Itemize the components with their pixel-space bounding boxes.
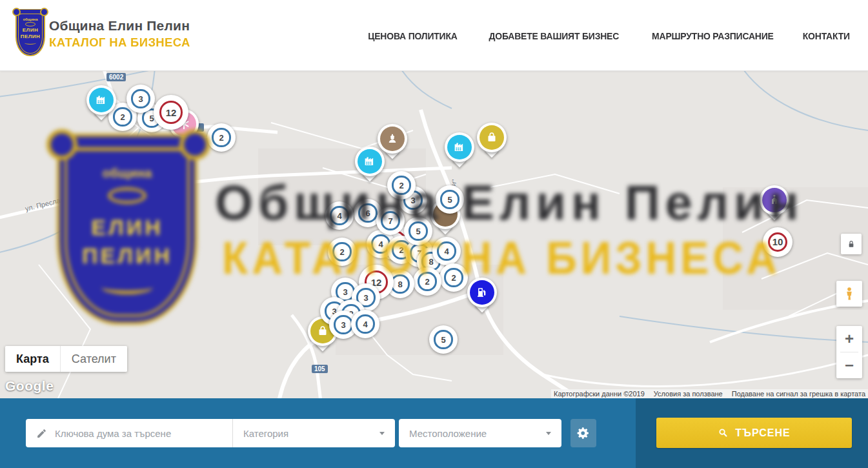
marker-cluster[interactable]: 2 (387, 171, 416, 199)
marker-cluster[interactable]: 2 (328, 238, 356, 266)
nav-item-добавете-вашият-бизнес[interactable]: ДОБАВЕТЕ ВАШИЯТ БИЗНЕС (489, 30, 620, 41)
zoom-in-button[interactable]: + (836, 326, 862, 352)
fullscreen-lock-button[interactable] (841, 234, 862, 254)
marker-cluster[interactable]: 2 (207, 123, 236, 152)
site-subtitle: КАТАЛОГ НА БИЗНЕСА (49, 36, 190, 50)
street-view-pegman[interactable] (836, 281, 862, 307)
search-button[interactable]: ТЪРСЕНЕ (656, 418, 852, 448)
site-title: Община Елин Пелин (49, 18, 194, 34)
keyword-input[interactable] (55, 428, 225, 439)
chevron-down-icon (379, 432, 385, 435)
marker-pin-factory[interactable] (86, 85, 116, 124)
crest-emblem (25, 22, 35, 26)
search-icon (718, 427, 729, 438)
nav-item-контакти[interactable]: КОНТАКТИ (803, 30, 850, 41)
map-view-button[interactable]: Карта (5, 346, 60, 372)
map-attribution: Картографски данни ©2019Условия за ползв… (551, 389, 868, 398)
category-placeholder: Категория (243, 428, 288, 439)
location-select[interactable]: Местоположение (399, 419, 561, 447)
marker-cluster[interactable]: 2 (439, 263, 468, 292)
header: община ЕЛИН ПЕЛИН Община Елин Пелин КАТА… (0, 0, 868, 71)
marker-cluster[interactable]: 5 (436, 185, 464, 214)
map-type-control: Карта Сателит (5, 346, 127, 372)
zoom-out-button[interactable]: − (836, 352, 862, 378)
marker-cluster[interactable]: 5 (404, 217, 432, 245)
marker-pin-shopping[interactable] (477, 123, 507, 161)
google-logo: Google (5, 378, 54, 394)
pencil-icon (36, 428, 47, 439)
satellite-view-button[interactable]: Сателит (60, 346, 127, 372)
marker-pin-factory[interactable] (355, 147, 385, 185)
marker-cluster[interactable]: 2 (413, 267, 441, 296)
crest-curl (25, 41, 36, 45)
search-bar: Категория Местоположение ТЪРСЕНЕ (0, 398, 868, 468)
nav-item-ценова-политика[interactable]: ЦЕНОВА ПОЛИТИКА (368, 30, 457, 41)
marker-cluster[interactable]: 4 (432, 237, 461, 265)
keyword-field[interactable] (26, 419, 232, 447)
attribution-text: Картографски данни ©2019 (554, 390, 645, 398)
marker-cluster[interactable]: 3 (126, 85, 155, 113)
pegman-icon (842, 286, 857, 301)
search-action-panel: ТЪРСЕНЕ (636, 398, 868, 468)
map-canvas[interactable]: община ЕЛИН ПЕЛИН Община Елин Пелин КАТА… (0, 71, 868, 398)
category-select[interactable]: Категория (232, 419, 395, 447)
crest-line2: ПЕЛИН (21, 34, 41, 40)
crest-shield: община ЕЛИН ПЕЛИН (15, 11, 45, 56)
marker-cluster[interactable]: 4 (325, 201, 354, 230)
zoom-control: + − (836, 326, 862, 378)
main-nav: ЦЕНОВА ПОЛИТИКАДОБАВЕТЕ ВАШИЯТ БИЗНЕСМАР… (365, 0, 852, 71)
marker-cluster[interactable]: 4 (351, 310, 379, 338)
municipality-logo[interactable]: община ЕЛИН ПЕЛИН (15, 11, 46, 60)
crest-ornament (14, 9, 46, 14)
lock-icon (846, 239, 856, 249)
marker-pin-factory[interactable] (445, 132, 474, 171)
marker-cluster[interactable]: 10 (763, 227, 792, 257)
search-button-label: ТЪРСЕНЕ (735, 427, 790, 439)
marker-cluster[interactable]: 12 (154, 95, 188, 130)
nav-item-маршрутно-разписание[interactable]: МАРШРУТНО РАЗПИСАНИЕ (652, 30, 774, 41)
advanced-settings-button[interactable] (570, 419, 596, 447)
attribution-link[interactable]: Подаване на сигнал за грешка в картата (732, 390, 865, 398)
marker-pin-fuel[interactable] (467, 278, 497, 316)
crest-top-text: община (23, 17, 37, 21)
attribution-link[interactable]: Условия за ползване (654, 390, 723, 398)
marker-cluster[interactable]: 5 (429, 325, 458, 354)
marker-pin-church[interactable] (760, 185, 789, 224)
road-shield-label: 6002 (106, 73, 126, 81)
location-placeholder: Местоположение (409, 428, 487, 439)
chevron-down-icon (546, 432, 551, 435)
crest-line1: ЕЛИН (23, 27, 38, 34)
keyword-category-group: Категория (26, 419, 395, 447)
marker-cluster[interactable]: 7 (376, 207, 405, 235)
road-shield-label: 105 (312, 365, 328, 373)
gear-icon (577, 427, 590, 440)
